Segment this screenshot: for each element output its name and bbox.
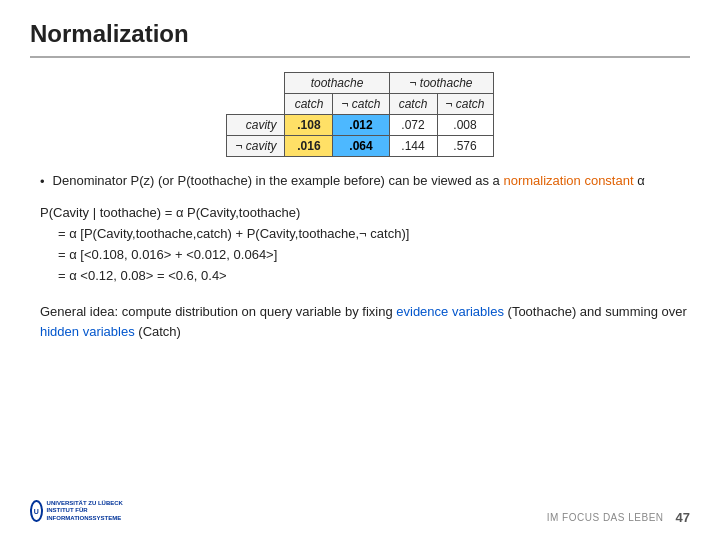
cell-neg-cavity-neg-catch: .064 <box>333 136 389 157</box>
im-focus-label: IM FOCUS DAS LEBEN <box>547 512 664 523</box>
sub-neg-catch-1: ¬ catch <box>333 94 389 115</box>
bullet-text: Denominator P(z) (or P(toothache) in the… <box>53 173 645 189</box>
title-divider <box>30 56 690 58</box>
formula-line4: = α <0.12, 0.08> = <0.6, 0.4> <box>58 266 690 286</box>
bullet-item: • Denominator P(z) (or P(toothache) in t… <box>40 173 690 189</box>
footer: U UNIVERSITÄT ZU LÜBECK INSTITUT FÜR INF… <box>30 491 690 525</box>
table-row-cavity: cavity .108 .012 .072 .008 <box>227 115 493 136</box>
probability-table: toothache ¬ toothache catch ¬ catch catc… <box>226 72 493 157</box>
table-sub-header-row: catch ¬ catch catch ¬ catch <box>227 94 493 115</box>
bullet-section: • Denominator P(z) (or P(toothache) in t… <box>40 173 690 193</box>
formula-line3: = α [<0.108, 0.016> + <0.012, 0.064>] <box>58 245 690 265</box>
footer-right: IM FOCUS DAS LEBEN 47 <box>547 510 690 525</box>
bullet-text1: Denominator P(z) (or P(toothache) in the… <box>53 173 504 188</box>
general-idea-text4: hidden variables <box>40 324 135 339</box>
sub-neg-catch-2: ¬ catch <box>437 94 493 115</box>
cell-cavity-catch2: .072 <box>389 115 437 136</box>
formula-line2: = α [P(Cavity,toothache,catch) + P(Cavit… <box>58 224 690 244</box>
logo-text-content: UNIVERSITÄT ZU LÜBECK INSTITUT FÜR INFOR… <box>47 500 123 520</box>
formula-line1: P(Cavity | toothache) = α P(Cavity,tooth… <box>40 203 690 223</box>
general-idea-text3: (Toothache) and summing over <box>504 304 687 319</box>
cell-cavity-neg-catch: .012 <box>333 115 389 136</box>
general-idea-section: General idea: compute distribution on qu… <box>40 302 690 342</box>
cell-neg-cavity-catch2: .144 <box>389 136 437 157</box>
header-toothache: toothache <box>285 73 389 94</box>
cell-neg-cavity-neg-catch2: .576 <box>437 136 493 157</box>
bullet-text3: α <box>634 173 645 188</box>
slide-title: Normalization <box>30 20 690 48</box>
header-neg-toothache: ¬ toothache <box>389 73 493 94</box>
table-wrapper: toothache ¬ toothache catch ¬ catch catc… <box>30 72 690 157</box>
general-idea-text2: evidence variables <box>396 304 504 319</box>
formula-section: P(Cavity | toothache) = α P(Cavity,tooth… <box>40 203 690 288</box>
row-label-cavity: cavity <box>227 115 285 136</box>
bullet-dot: • <box>40 174 45 189</box>
row-label-neg-cavity: ¬ cavity <box>227 136 285 157</box>
general-idea-text5: (Catch) <box>135 324 181 339</box>
general-idea-text1: General idea: compute distribution on qu… <box>40 304 396 319</box>
slide-content: toothache ¬ toothache catch ¬ catch catc… <box>30 72 690 491</box>
bullet-text2: normalization constant <box>503 173 633 188</box>
cell-neg-cavity-catch: .016 <box>285 136 333 157</box>
table-header-row: toothache ¬ toothache <box>227 73 493 94</box>
cell-cavity-neg-catch2: .008 <box>437 115 493 136</box>
slide-container: Normalization toothache ¬ toothache catc… <box>0 0 720 540</box>
university-logo: U UNIVERSITÄT ZU LÜBECK INSTITUT FÜR INF… <box>30 497 140 525</box>
page-number: 47 <box>676 510 690 525</box>
sub-catch-1: catch <box>285 94 333 115</box>
logo-circle: U <box>30 500 43 522</box>
neg-toothache-text: toothache <box>420 76 473 90</box>
cell-cavity-catch: .108 <box>285 115 333 136</box>
sub-catch-2: catch <box>389 94 437 115</box>
table-row-neg-cavity: ¬ cavity .016 .064 .144 .576 <box>227 136 493 157</box>
logo-text: UNIVERSITÄT ZU LÜBECK INSTITUT FÜR INFOR… <box>47 500 140 522</box>
logo-image: U UNIVERSITÄT ZU LÜBECK INSTITUT FÜR INF… <box>30 500 140 522</box>
